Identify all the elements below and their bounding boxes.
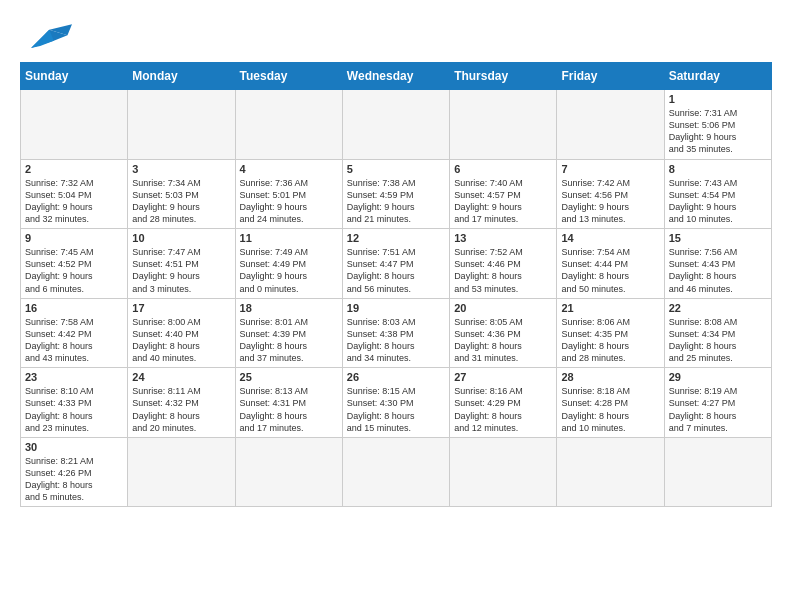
day-info: Sunrise: 8:06 AM Sunset: 4:35 PM Dayligh… [561, 316, 659, 365]
header [20, 16, 772, 52]
day-number: 27 [454, 371, 552, 383]
calendar-cell: 28Sunrise: 8:18 AM Sunset: 4:28 PM Dayli… [557, 368, 664, 438]
day-number: 12 [347, 232, 445, 244]
calendar-cell [21, 90, 128, 160]
day-number: 30 [25, 441, 123, 453]
weekday-sunday: Sunday [21, 63, 128, 90]
day-info: Sunrise: 8:21 AM Sunset: 4:26 PM Dayligh… [25, 455, 123, 504]
day-info: Sunrise: 7:47 AM Sunset: 4:51 PM Dayligh… [132, 246, 230, 295]
week-row-0: 1Sunrise: 7:31 AM Sunset: 5:06 PM Daylig… [21, 90, 772, 160]
page: SundayMondayTuesdayWednesdayThursdayFrid… [0, 0, 792, 523]
calendar-cell: 10Sunrise: 7:47 AM Sunset: 4:51 PM Dayli… [128, 229, 235, 299]
calendar-cell: 15Sunrise: 7:56 AM Sunset: 4:43 PM Dayli… [664, 229, 771, 299]
day-info: Sunrise: 8:13 AM Sunset: 4:31 PM Dayligh… [240, 385, 338, 434]
day-info: Sunrise: 7:54 AM Sunset: 4:44 PM Dayligh… [561, 246, 659, 295]
day-info: Sunrise: 8:01 AM Sunset: 4:39 PM Dayligh… [240, 316, 338, 365]
day-info: Sunrise: 8:10 AM Sunset: 4:33 PM Dayligh… [25, 385, 123, 434]
day-info: Sunrise: 7:42 AM Sunset: 4:56 PM Dayligh… [561, 177, 659, 226]
day-number: 25 [240, 371, 338, 383]
day-number: 14 [561, 232, 659, 244]
calendar-cell [342, 90, 449, 160]
week-row-3: 16Sunrise: 7:58 AM Sunset: 4:42 PM Dayli… [21, 298, 772, 368]
calendar-cell: 3Sunrise: 7:34 AM Sunset: 5:03 PM Daylig… [128, 159, 235, 229]
calendar: SundayMondayTuesdayWednesdayThursdayFrid… [20, 62, 772, 507]
calendar-cell: 19Sunrise: 8:03 AM Sunset: 4:38 PM Dayli… [342, 298, 449, 368]
day-info: Sunrise: 7:32 AM Sunset: 5:04 PM Dayligh… [25, 177, 123, 226]
calendar-cell: 5Sunrise: 7:38 AM Sunset: 4:59 PM Daylig… [342, 159, 449, 229]
calendar-cell: 4Sunrise: 7:36 AM Sunset: 5:01 PM Daylig… [235, 159, 342, 229]
day-info: Sunrise: 8:15 AM Sunset: 4:30 PM Dayligh… [347, 385, 445, 434]
calendar-cell: 18Sunrise: 8:01 AM Sunset: 4:39 PM Dayli… [235, 298, 342, 368]
calendar-cell: 13Sunrise: 7:52 AM Sunset: 4:46 PM Dayli… [450, 229, 557, 299]
day-number: 21 [561, 302, 659, 314]
weekday-saturday: Saturday [664, 63, 771, 90]
day-info: Sunrise: 8:00 AM Sunset: 4:40 PM Dayligh… [132, 316, 230, 365]
day-number: 5 [347, 163, 445, 175]
weekday-thursday: Thursday [450, 63, 557, 90]
calendar-cell: 9Sunrise: 7:45 AM Sunset: 4:52 PM Daylig… [21, 229, 128, 299]
day-info: Sunrise: 7:43 AM Sunset: 4:54 PM Dayligh… [669, 177, 767, 226]
day-info: Sunrise: 7:34 AM Sunset: 5:03 PM Dayligh… [132, 177, 230, 226]
calendar-cell [235, 437, 342, 507]
calendar-cell [342, 437, 449, 507]
day-number: 8 [669, 163, 767, 175]
day-number: 19 [347, 302, 445, 314]
calendar-cell: 29Sunrise: 8:19 AM Sunset: 4:27 PM Dayli… [664, 368, 771, 438]
logo [20, 20, 72, 52]
day-number: 17 [132, 302, 230, 314]
weekday-tuesday: Tuesday [235, 63, 342, 90]
day-number: 15 [669, 232, 767, 244]
day-info: Sunrise: 8:11 AM Sunset: 4:32 PM Dayligh… [132, 385, 230, 434]
calendar-cell: 14Sunrise: 7:54 AM Sunset: 4:44 PM Dayli… [557, 229, 664, 299]
week-row-1: 2Sunrise: 7:32 AM Sunset: 5:04 PM Daylig… [21, 159, 772, 229]
day-info: Sunrise: 8:08 AM Sunset: 4:34 PM Dayligh… [669, 316, 767, 365]
calendar-cell: 30Sunrise: 8:21 AM Sunset: 4:26 PM Dayli… [21, 437, 128, 507]
calendar-cell: 12Sunrise: 7:51 AM Sunset: 4:47 PM Dayli… [342, 229, 449, 299]
day-number: 24 [132, 371, 230, 383]
logo-bird-icon [22, 22, 72, 52]
day-number: 6 [454, 163, 552, 175]
calendar-cell: 17Sunrise: 8:00 AM Sunset: 4:40 PM Dayli… [128, 298, 235, 368]
week-row-2: 9Sunrise: 7:45 AM Sunset: 4:52 PM Daylig… [21, 229, 772, 299]
day-number: 29 [669, 371, 767, 383]
calendar-cell: 26Sunrise: 8:15 AM Sunset: 4:30 PM Dayli… [342, 368, 449, 438]
day-info: Sunrise: 7:58 AM Sunset: 4:42 PM Dayligh… [25, 316, 123, 365]
day-info: Sunrise: 7:31 AM Sunset: 5:06 PM Dayligh… [669, 107, 767, 156]
day-number: 22 [669, 302, 767, 314]
calendar-cell: 24Sunrise: 8:11 AM Sunset: 4:32 PM Dayli… [128, 368, 235, 438]
day-number: 28 [561, 371, 659, 383]
day-info: Sunrise: 7:56 AM Sunset: 4:43 PM Dayligh… [669, 246, 767, 295]
day-info: Sunrise: 7:52 AM Sunset: 4:46 PM Dayligh… [454, 246, 552, 295]
calendar-cell [128, 437, 235, 507]
calendar-cell [128, 90, 235, 160]
calendar-cell: 23Sunrise: 8:10 AM Sunset: 4:33 PM Dayli… [21, 368, 128, 438]
day-info: Sunrise: 8:19 AM Sunset: 4:27 PM Dayligh… [669, 385, 767, 434]
calendar-cell: 1Sunrise: 7:31 AM Sunset: 5:06 PM Daylig… [664, 90, 771, 160]
calendar-cell [664, 437, 771, 507]
day-number: 16 [25, 302, 123, 314]
day-number: 3 [132, 163, 230, 175]
calendar-cell: 6Sunrise: 7:40 AM Sunset: 4:57 PM Daylig… [450, 159, 557, 229]
calendar-cell: 21Sunrise: 8:06 AM Sunset: 4:35 PM Dayli… [557, 298, 664, 368]
day-number: 1 [669, 93, 767, 105]
day-info: Sunrise: 7:45 AM Sunset: 4:52 PM Dayligh… [25, 246, 123, 295]
week-row-4: 23Sunrise: 8:10 AM Sunset: 4:33 PM Dayli… [21, 368, 772, 438]
calendar-cell [557, 90, 664, 160]
calendar-cell: 7Sunrise: 7:42 AM Sunset: 4:56 PM Daylig… [557, 159, 664, 229]
calendar-cell: 25Sunrise: 8:13 AM Sunset: 4:31 PM Dayli… [235, 368, 342, 438]
day-number: 4 [240, 163, 338, 175]
day-info: Sunrise: 8:05 AM Sunset: 4:36 PM Dayligh… [454, 316, 552, 365]
day-number: 18 [240, 302, 338, 314]
calendar-cell: 8Sunrise: 7:43 AM Sunset: 4:54 PM Daylig… [664, 159, 771, 229]
calendar-cell: 22Sunrise: 8:08 AM Sunset: 4:34 PM Dayli… [664, 298, 771, 368]
calendar-cell [235, 90, 342, 160]
day-info: Sunrise: 7:49 AM Sunset: 4:49 PM Dayligh… [240, 246, 338, 295]
weekday-friday: Friday [557, 63, 664, 90]
day-info: Sunrise: 7:51 AM Sunset: 4:47 PM Dayligh… [347, 246, 445, 295]
weekday-monday: Monday [128, 63, 235, 90]
week-row-5: 30Sunrise: 8:21 AM Sunset: 4:26 PM Dayli… [21, 437, 772, 507]
calendar-cell [450, 90, 557, 160]
day-number: 20 [454, 302, 552, 314]
calendar-cell [450, 437, 557, 507]
day-number: 23 [25, 371, 123, 383]
